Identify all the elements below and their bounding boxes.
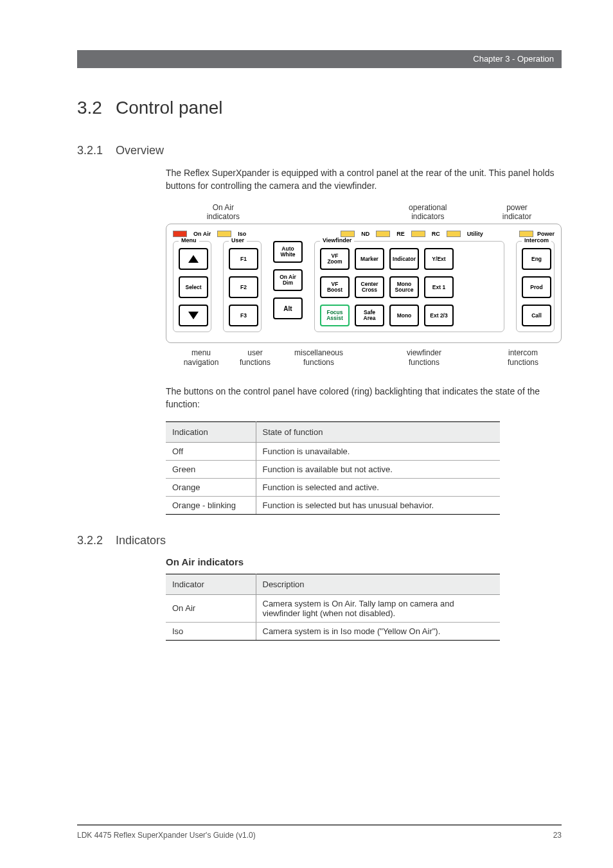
viewfinder-group: Viewfinder VFZoom Marker Indicator Y/Ext… <box>314 241 504 332</box>
rc-lamp-icon <box>411 231 425 237</box>
menu-up-button[interactable] <box>179 248 208 270</box>
onair-indicators-table: Indicator Description On AirCamera syste… <box>166 574 500 641</box>
onair-lamp-icon <box>173 231 187 237</box>
vf-boost-button[interactable]: VFBoost <box>320 276 350 298</box>
table-row: GreenFunction is available but not activ… <box>166 460 500 478</box>
overview-intro: The Reflex SuperXpander is equipped with… <box>166 166 562 193</box>
ext1-button[interactable]: Ext 1 <box>424 276 454 298</box>
prod-button[interactable]: Prod <box>522 276 551 298</box>
y-ext-button[interactable]: Y/Ext <box>424 248 454 270</box>
auto-white-button[interactable]: AutoWhite <box>273 241 303 263</box>
footer-page-number: 23 <box>553 831 562 840</box>
triangle-down-icon <box>188 312 199 319</box>
table-row: OrangeFunction is selected and active. <box>166 478 500 496</box>
re-lamp-icon <box>376 231 390 237</box>
th-indication: Indication <box>166 421 256 442</box>
section-title-text: Control panel <box>116 98 223 118</box>
indicator-button[interactable]: Indicator <box>389 248 419 270</box>
label-misc-functions: miscellaneous functions <box>287 348 351 367</box>
label-user-functions: user functions <box>233 348 278 367</box>
panel-outline: On Air Iso ND RE RC Utility Power <box>166 224 562 343</box>
eng-button[interactable]: Eng <box>522 248 551 270</box>
table-row: OffFunction is unavailable. <box>166 442 500 460</box>
marker-button[interactable]: Marker <box>355 248 384 270</box>
call-button[interactable]: Call <box>522 305 551 326</box>
nd-lamp-label: ND <box>361 231 369 237</box>
mono-source-button[interactable]: MonoSource <box>389 276 419 298</box>
label-intercom-functions: intercom functions <box>497 348 549 367</box>
chapter-header: Chapter 3 - Operation <box>77 50 562 68</box>
nd-lamp-icon <box>341 231 355 237</box>
label-power-indicator: power indicator <box>485 203 549 222</box>
subsection-indicators: 3.2.2Indicators <box>77 534 562 547</box>
utility-lamp-icon <box>447 231 461 237</box>
utility-lamp-label: Utility <box>467 231 483 237</box>
user-legend: User <box>229 237 247 244</box>
safe-area-button[interactable]: SafeArea <box>355 305 384 326</box>
label-vf-functions: viewfinder functions <box>360 348 488 367</box>
subsection-overview: 3.2.1Overview <box>77 144 562 157</box>
vf-zoom-button[interactable]: VFZoom <box>320 248 350 270</box>
misc-group: AutoWhite On AirDim Alt <box>273 241 303 319</box>
menu-legend: Menu <box>179 237 199 244</box>
menu-down-button[interactable] <box>179 305 208 326</box>
f1-button[interactable]: F1 <box>229 248 258 270</box>
control-panel-diagram: On Air indicators operational indicators… <box>166 203 562 368</box>
table-row: IsoCamera system is in Iso mode ("Yellow… <box>166 622 500 640</box>
viewfinder-legend: Viewfinder <box>320 237 354 244</box>
ext23-button[interactable]: Ext 2/3 <box>424 305 454 326</box>
th-indicator: Indicator <box>166 574 256 594</box>
subsection-title: Overview <box>116 144 164 157</box>
triangle-up-icon <box>188 255 199 263</box>
user-group: User F1 F2 F3 <box>223 241 262 332</box>
iso-lamp-icon <box>217 231 231 237</box>
alt-button[interactable]: Alt <box>273 297 303 319</box>
after-diagram-text: The buttons on the control panel have co… <box>166 385 562 411</box>
th-state: State of function <box>256 421 500 442</box>
table-row: Orange - blinkingFunction is selected bu… <box>166 496 500 514</box>
footer-left: LDK 4475 Reflex SuperXpander User's Guid… <box>77 831 256 840</box>
intercom-legend: Intercom <box>522 237 551 244</box>
focus-assist-button[interactable]: FocusAssist <box>320 305 350 326</box>
label-onair-indicators: On Air indicators <box>179 203 268 222</box>
state-table: Indication State of function OffFunction… <box>166 421 500 515</box>
re-lamp-label: RE <box>396 231 405 237</box>
subsection-title: Indicators <box>116 534 166 547</box>
iso-lamp-label: Iso <box>238 231 246 237</box>
section-number: 3.2 <box>77 98 116 118</box>
label-operational-indicators: operational indicators <box>371 203 485 222</box>
subsection-number: 3.2.1 <box>77 144 116 157</box>
th-description: Description <box>256 574 500 594</box>
power-lamp-icon <box>519 231 533 237</box>
table-row: On AirCamera system is On Air. Tally lam… <box>166 594 500 622</box>
f2-button[interactable]: F2 <box>229 276 258 298</box>
menu-group: Menu Select <box>173 241 211 332</box>
onair-dim-button[interactable]: On AirDim <box>273 269 303 291</box>
section-title: 3.2Control panel <box>77 98 562 118</box>
label-menu-nav: menu navigation <box>179 348 224 367</box>
f3-button[interactable]: F3 <box>229 305 258 326</box>
power-lamp-label: Power <box>537 231 555 237</box>
center-cross-button[interactable]: CenterCross <box>355 276 384 298</box>
intercom-group: Intercom Eng Prod Call <box>516 241 555 332</box>
page-footer: LDK 4475 Reflex SuperXpander User's Guid… <box>77 824 562 840</box>
rc-lamp-label: RC <box>432 231 440 237</box>
onair-indicators-head: On Air indicators <box>166 556 562 567</box>
subsection-number: 3.2.2 <box>77 534 116 547</box>
menu-select-button[interactable]: Select <box>179 276 208 298</box>
onair-lamp-label: On Air <box>193 231 211 237</box>
mono-button[interactable]: Mono <box>389 305 419 326</box>
